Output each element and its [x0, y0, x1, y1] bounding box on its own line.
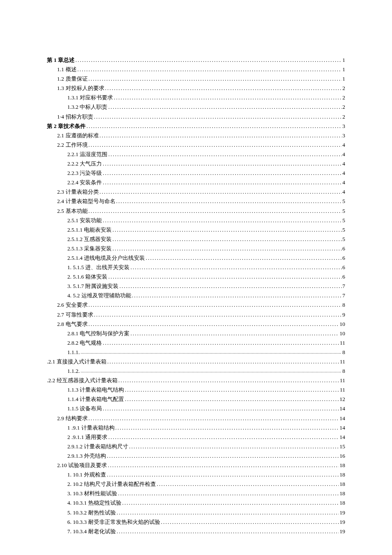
toc-entry[interactable]: 1·4 招标方职责2 — [47, 112, 345, 122]
toc-leader-dots — [115, 423, 339, 433]
toc-entry[interactable]: 4. 10.3.1 热稳定性试验18 — [47, 498, 345, 508]
toc-entry[interactable]: 2.7 可靠性要求9 — [47, 310, 345, 320]
toc-entry[interactable]: 2.5.1.3 采集器安装6 — [47, 244, 345, 253]
toc-entry[interactable]: 2. 5.1.6 箱体安装6 — [47, 272, 345, 282]
toc-entry[interactable]: 1.3 对投标人的要求2 — [47, 84, 345, 93]
toc-entry[interactable]: 第 1 章总述1 — [47, 55, 345, 65]
toc-label: .2.2 经互感器接入式计量表箱 — [47, 376, 118, 385]
toc-label: 1.3.1 对应标书要求 — [67, 93, 113, 102]
toc-label: 2 .9.1.1 通用要求 — [67, 433, 107, 442]
toc-entry[interactable]: 2.8.1 电气控制与保护方案10 — [47, 329, 345, 338]
toc-page-number: 11 — [340, 385, 345, 395]
toc-entry[interactable]: 7. 10.3.4 耐老化试验19 — [47, 527, 345, 536]
toc-entry[interactable]: 2.2.2 大气压力4 — [47, 159, 345, 169]
toc-page-number: 6 — [343, 244, 346, 253]
toc-label: 1.1 概述 — [57, 65, 77, 74]
toc-page-number: 18 — [340, 470, 345, 479]
toc-page-number: 5 — [343, 235, 346, 244]
toc-entry[interactable]: 1.1.3 计量表箱电气结构11 — [47, 385, 345, 395]
toc-entry[interactable]: 2 .9.1.1 通用要求14 — [47, 433, 345, 442]
toc-label: 1. 5.1.5 进、出线开关安装 — [67, 263, 130, 272]
toc-leader-dots — [112, 225, 342, 235]
toc-label: 2.3 计量表箱分类 — [57, 187, 99, 197]
toc-label: 1 .9.1 计量表箱结构 — [67, 423, 115, 433]
toc-entry[interactable]: 4. 5.2 运维及管理辅助功能7 — [47, 291, 345, 300]
toc-entry[interactable]: .2.1 直接接入式计量表箱11 — [47, 357, 345, 366]
toc-leader-dots — [117, 527, 339, 536]
toc-entry[interactable]: 1.1.4 计量表箱电气配置12 — [47, 395, 345, 404]
toc-label: 3. 5.1.7 附属设施安装 — [67, 282, 118, 291]
toc-entry[interactable]: 2.2.4 安装条件4 — [47, 178, 345, 187]
toc-page-number: 4 — [343, 150, 346, 159]
toc-entry[interactable]: 2.2.3 污染等级4 — [47, 169, 345, 178]
toc-entry[interactable]: 6. 10.3.3 耐受非正常发热和火焰的试验19 — [47, 517, 345, 527]
toc-entry[interactable]: 2.9.1.3 外壳结构16 — [47, 451, 345, 461]
toc-entry[interactable]: 5. 10.3.2 耐热性试验19 — [47, 508, 345, 517]
toc-entry[interactable]: 2.9.1.2 计量表箱结构尺寸15 — [47, 442, 345, 451]
toc-entry[interactable]: 2.5.1 安装功能5 — [47, 216, 345, 225]
toc-label: 2.1 应遵循的标准 — [57, 131, 99, 140]
toc-leader-dots — [89, 320, 339, 329]
toc-page-number: 2 — [343, 84, 346, 93]
toc-leader-dots — [108, 150, 341, 159]
toc-page-number: 3 — [343, 131, 346, 140]
toc-page-number: 2 — [343, 93, 346, 102]
toc-leader-dots — [103, 216, 341, 225]
toc-leader-dots — [105, 84, 342, 93]
toc-leader-dots — [107, 470, 339, 479]
toc-entry[interactable]: 1.3.2 中标人职责2 — [47, 102, 345, 112]
toc-page-number: 8 — [343, 348, 346, 357]
toc-label: 2.8.1 电气控制与保护方案 — [67, 329, 130, 338]
toc-entry[interactable]: 2.2 工作环境4 — [47, 140, 345, 150]
toc-leader-dots — [157, 479, 339, 489]
toc-label: 2. 10.2 结构尺寸及计量表箱配件检查 — [67, 479, 156, 489]
toc-entry[interactable]: .2.2 经互感器接入式计量表箱11 — [47, 376, 345, 385]
toc-leader-dots — [103, 169, 341, 178]
toc-entry[interactable]: 1.1.2.8 — [47, 366, 345, 376]
toc-entry[interactable]: 2.10 试验项目及要求18 — [47, 461, 345, 470]
toc-entry[interactable]: 1. 5.1.5 进、出线开关安装6 — [47, 263, 345, 272]
toc-label: 6. 10.3.3 耐受非正常发热和火焰的试验 — [67, 517, 160, 527]
toc-page-number: 19 — [340, 527, 345, 536]
toc-entry[interactable]: 2.9 结构要求14 — [47, 414, 345, 423]
toc-leader-dots — [130, 263, 341, 272]
toc-entry[interactable]: 2.4 计量表箱型号与命名5 — [47, 197, 345, 206]
toc-page-number: 2 — [343, 112, 346, 122]
toc-entry[interactable]: 2.3 计量表箱分类4 — [47, 187, 345, 197]
toc-entry[interactable]: 1. 10.1 外观检查18 — [47, 470, 345, 479]
toc-entry[interactable]: 1.1 概述1 — [47, 65, 345, 74]
toc-entry[interactable]: 2.2.1 温湿度范围4 — [47, 150, 345, 159]
toc-page-number: 2 — [343, 102, 346, 112]
toc-entry[interactable]: 2.8 电气要求10 — [47, 320, 345, 329]
toc-leader-dots — [108, 433, 339, 442]
toc-label: 2.9.1.3 外壳结构 — [67, 451, 106, 461]
toc-label: 第 1 章总述 — [47, 55, 75, 65]
toc-entry[interactable]: 2.6 安全要求8 — [47, 300, 345, 310]
toc-entry[interactable]: 2.5.1.4 进线电缆及分户出线安装6 — [47, 253, 345, 263]
toc-leader-dots — [103, 404, 339, 413]
toc-entry[interactable]: 2.5 基本功能5 — [47, 206, 345, 216]
toc-leader-dots — [86, 122, 342, 131]
toc-entry[interactable]: 1.1.5 设备布局14 — [47, 404, 345, 413]
toc-entry[interactable]: 2. 10.2 结构尺寸及计量表箱配件检查18 — [47, 479, 345, 489]
toc-label: 2.5 基本功能 — [57, 206, 88, 216]
toc-entry[interactable]: 2.5.1.2 互感器安装5 — [47, 235, 345, 244]
toc-entry[interactable]: 3. 5.1.7 附属设施安装7 — [47, 282, 345, 291]
toc-leader-dots — [89, 140, 342, 150]
toc-entry[interactable]: 2.5.1.1 电能表安装5 — [47, 225, 345, 235]
toc-label: 2.4 计量表箱型号与命名 — [57, 197, 115, 206]
toc-entry[interactable]: 3. 10.3 材料性能试验18 — [47, 489, 345, 498]
toc-leader-dots — [130, 329, 339, 338]
toc-entry[interactable]: 1.1.1.8 — [47, 348, 345, 357]
toc-entry[interactable]: 1.2 质量保证1 — [47, 74, 345, 84]
toc-page-number: 10 — [340, 320, 345, 329]
toc-label: 2.10 试验项目及要求 — [57, 461, 107, 470]
toc-page-number: 15 — [340, 442, 345, 451]
toc-entry[interactable]: 1.3.1 对应标书要求2 — [47, 93, 345, 102]
toc-entry[interactable]: 2.1 应遵循的标准3 — [47, 131, 345, 140]
toc-label: 第 2 章技术条件 — [47, 122, 86, 131]
toc-entry[interactable]: 2.8.2 电气规格11 — [47, 338, 345, 348]
toc-label: 1.3 对投标人的要求 — [57, 84, 104, 93]
toc-entry[interactable]: 1 .9.1 计量表箱结构14 — [47, 423, 345, 433]
toc-entry[interactable]: 第 2 章技术条件3 — [47, 122, 345, 131]
